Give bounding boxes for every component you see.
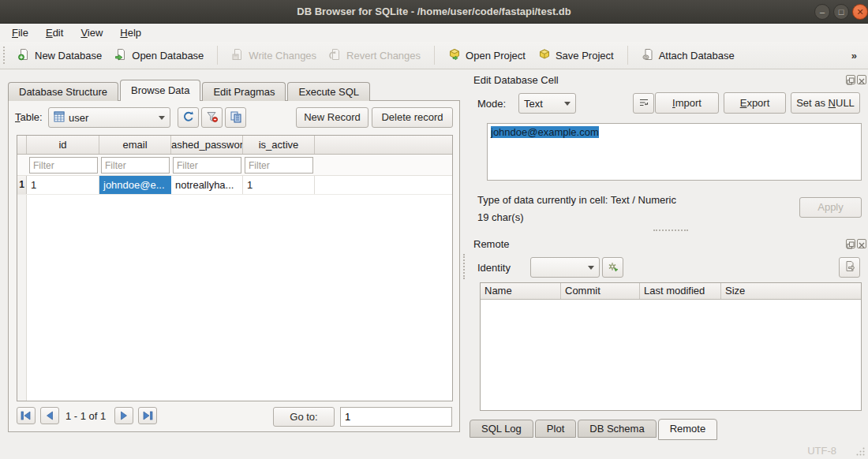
attach-database-button[interactable]: Attach Database <box>635 44 741 67</box>
float-panel-icon[interactable] <box>846 239 855 248</box>
float-panel-icon[interactable] <box>846 75 855 84</box>
apply-button[interactable]: Apply <box>799 197 862 218</box>
open-project-button[interactable]: Open Project <box>442 44 532 67</box>
last-page-button[interactable] <box>138 407 157 424</box>
app-window: DB Browser for SQLite - /home/user/code/… <box>0 0 868 459</box>
statusbar: UTF-8 <box>0 442 868 459</box>
filter-input-hashed-password[interactable] <box>173 157 241 174</box>
cell-id[interactable]: 1 <box>27 176 99 194</box>
menubar: File Edit View Help <box>0 24 868 42</box>
new-record-button[interactable]: New Record <box>296 107 369 128</box>
tab-plot[interactable]: Plot <box>535 420 576 438</box>
chevron-down-icon <box>564 102 571 106</box>
import-button[interactable]: Import <box>655 92 719 114</box>
column-header-hashed-password[interactable]: ashed_passwor <box>171 136 243 154</box>
remote-column-size[interactable]: Size <box>721 283 861 299</box>
set-as-null-button[interactable]: Set as NULL <box>791 92 860 114</box>
filter-input-id[interactable] <box>29 157 98 174</box>
cell-editor[interactable]: johndoe@example.com <box>487 123 862 181</box>
tab-db-schema[interactable]: DB Schema <box>578 420 656 438</box>
revert-changes-icon <box>329 48 342 63</box>
menu-file[interactable]: File <box>3 24 37 41</box>
first-page-button[interactable] <box>17 407 36 424</box>
remote-column-name[interactable]: Name <box>481 283 561 299</box>
attach-database-icon <box>642 48 654 63</box>
save-project-button[interactable]: Save Project <box>532 44 620 67</box>
cell-editor-selected-text: johndoe@example.com <box>491 126 599 138</box>
toolbar-handle[interactable] <box>3 47 6 64</box>
browse-data-panel: Table: user New Record Delete record id … <box>8 100 460 432</box>
mode-select[interactable]: Text <box>518 93 576 114</box>
clone-database-icon <box>844 260 856 275</box>
column-header-is-active[interactable]: is_active <box>243 136 315 154</box>
tab-remote[interactable]: Remote <box>658 419 718 440</box>
refresh-icon <box>182 110 195 125</box>
manage-identities-button[interactable] <box>602 257 623 278</box>
table-icon <box>54 111 65 125</box>
close-button[interactable]: ✕ <box>852 4 868 20</box>
save-results-button[interactable] <box>225 107 246 128</box>
remote-files-table: Name Commit Last modified Size <box>480 282 862 411</box>
window-title: DB Browser for SQLite - /home/user/code/… <box>0 6 868 17</box>
open-database-icon <box>114 48 127 63</box>
vertical-splitter[interactable] <box>463 254 465 279</box>
open-database-button[interactable]: Open Database <box>108 44 210 67</box>
cell-hashed-password[interactable]: notreallyha... <box>171 176 243 194</box>
tab-execute-sql[interactable]: Execute SQL <box>287 82 370 101</box>
table-select[interactable]: user <box>48 107 170 128</box>
word-wrap-button[interactable] <box>633 93 654 114</box>
new-database-icon <box>17 48 30 63</box>
row-number[interactable]: 1 <box>17 176 27 194</box>
column-header-id[interactable]: id <box>27 136 99 154</box>
menu-view[interactable]: View <box>72 24 111 41</box>
filter-input-is-active[interactable] <box>245 157 313 174</box>
resize-grip-icon[interactable] <box>855 446 866 459</box>
toolbar-separator <box>217 46 218 65</box>
previous-page-button[interactable] <box>40 407 59 424</box>
titlebar[interactable]: DB Browser for SQLite - /home/user/code/… <box>0 0 868 24</box>
goto-input[interactable] <box>340 407 452 427</box>
save-results-icon <box>230 110 242 125</box>
remote-column-commit[interactable]: Commit <box>561 283 640 299</box>
encoding-indicator[interactable]: UTF-8 <box>807 445 836 457</box>
close-panel-icon[interactable] <box>857 75 866 84</box>
delete-record-button[interactable]: Delete record <box>372 107 453 128</box>
write-changes-icon <box>231 48 244 63</box>
maximize-button[interactable]: □ <box>833 4 849 20</box>
remote-title: Remote <box>473 238 510 250</box>
cell-is-active[interactable]: 1 <box>243 176 315 194</box>
tab-sql-log[interactable]: SQL Log <box>470 420 533 438</box>
menu-help[interactable]: Help <box>111 24 150 41</box>
toolbar-separator <box>434 46 435 65</box>
grid-corner[interactable] <box>17 136 27 154</box>
grid-filter-row <box>17 155 452 176</box>
goto-button[interactable]: Go to: <box>273 407 335 427</box>
horizontal-splitter[interactable] <box>653 230 688 231</box>
edit-cell-title: Edit Database Cell <box>473 74 559 86</box>
remote-column-last-modified[interactable]: Last modified <box>640 283 721 299</box>
identity-select[interactable] <box>530 257 600 278</box>
column-header-email[interactable]: email <box>99 136 171 154</box>
tab-browse-data[interactable]: Browse Data <box>120 80 200 101</box>
word-wrap-icon <box>638 97 649 110</box>
minimize-button[interactable]: – <box>814 4 830 20</box>
filter-button[interactable] <box>201 107 223 128</box>
cell-email-selected[interactable]: johndoe@e... <box>99 176 171 194</box>
new-database-button[interactable]: New Database <box>11 44 108 67</box>
write-changes-button[interactable]: Write Changes <box>225 44 323 67</box>
tab-edit-pragmas[interactable]: Edit Pragmas <box>202 82 286 101</box>
close-panel-icon[interactable] <box>857 239 866 248</box>
menu-edit[interactable]: Edit <box>37 24 72 41</box>
revert-changes-button[interactable]: Revert Changes <box>323 44 427 67</box>
clone-database-button[interactable] <box>839 257 860 278</box>
identity-label: Identity <box>477 262 511 274</box>
toolbar-overflow-button[interactable]: » <box>847 50 868 62</box>
filter-input-email[interactable] <box>101 157 170 174</box>
export-button[interactable]: Export <box>724 92 786 114</box>
chevron-down-icon <box>588 266 594 270</box>
refresh-button[interactable] <box>178 107 199 128</box>
next-page-button[interactable] <box>114 407 133 424</box>
save-project-icon <box>538 48 551 63</box>
remote-table-header: Name Commit Last modified Size <box>481 283 861 300</box>
tab-database-structure[interactable]: Database Structure <box>8 82 118 101</box>
